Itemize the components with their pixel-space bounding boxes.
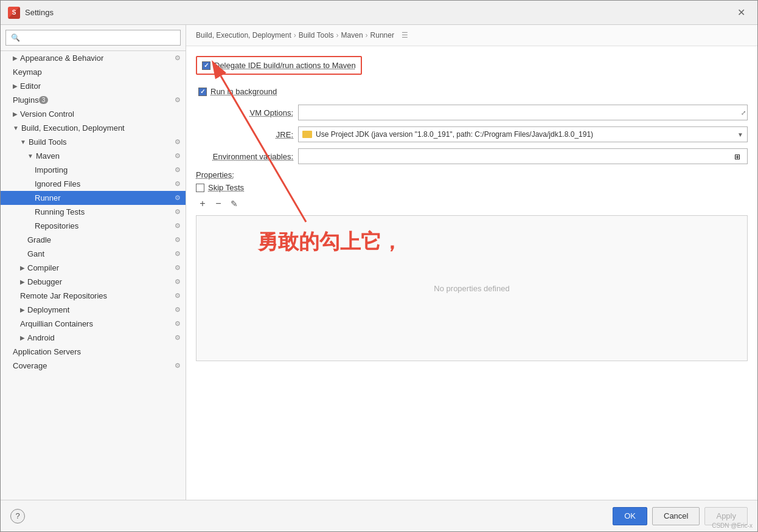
sidebar-item-label: Ignored Files [35,179,80,188]
env-vars-row: Environment variables: ⊞ [196,148,748,164]
ok-button[interactable]: OK [613,507,647,525]
sidebar-item-label: Remote Jar Repositories [20,291,107,300]
sidebar-item-arquillian[interactable]: Arquillian Containers ⚙ [1,317,186,331]
help-button[interactable]: ? [10,509,25,523]
sidebar-item-label: Compiler [27,263,59,272]
skip-tests-label[interactable]: Skip Tests [208,183,244,192]
sidebar-item-label: Gradle [27,235,51,244]
sidebar-item-coverage[interactable]: Coverage ⚙ [1,359,186,373]
expand-arrow: ▼ [27,153,33,159]
sidebar-item-gant[interactable]: Gant ⚙ [1,247,186,261]
sidebar-item-importing[interactable]: Importing ⚙ [1,163,186,177]
sidebar-item-plugins[interactable]: Plugins 3 ⚙ [1,93,186,107]
breadcrumb-sep-1: › [294,31,296,40]
folder-icon [302,131,312,138]
sidebar-item-deployment[interactable]: ▶ Deployment ⚙ [1,303,186,317]
sidebar-item-runner[interactable]: Runner ⚙ [1,191,186,205]
delegate-checkbox[interactable]: ✓ [202,61,210,70]
sidebar-item-label: Gant [27,249,44,258]
sidebar: ▶ Appearance & Behavior ⚙ Keymap ▶ Edito… [1,25,186,500]
env-vars-input[interactable] [298,148,748,164]
sidebar-item-compiler[interactable]: ▶ Compiler ⚙ [1,261,186,275]
sidebar-item-remote-jar[interactable]: Remote Jar Repositories ⚙ [1,289,186,303]
skip-tests-row: Skip Tests [196,183,748,192]
sidebar-item-label: Plugins [13,95,39,105]
settings-icon: ⚙ [175,166,181,174]
vm-options-row: VM Options: ⤢ [196,105,748,120]
settings-icon: ⚙ [175,306,181,314]
breadcrumb-part-2: Build Tools [299,31,334,40]
edit-property-button[interactable]: ✎ [228,197,241,210]
breadcrumb-edit-icon[interactable]: ☰ [402,31,408,40]
settings-icon: ⚙ [175,180,181,188]
delegate-checkbox-label[interactable]: Delegate IDE build/run actions to Maven [214,61,356,70]
settings-icon: ⚙ [175,208,181,216]
delegate-checkbox-row: ✓ Delegate IDE build/run actions to Mave… [196,56,362,75]
expand-arrow: ▶ [20,278,25,285]
expand-icon[interactable]: ⤢ [741,109,746,116]
env-vars-icon[interactable]: ⊞ [731,151,744,167]
breadcrumb-part-4: Runner [370,31,394,40]
sidebar-item-android[interactable]: ▶ Android ⚙ [1,331,186,345]
sidebar-item-label: Application Servers [13,347,81,356]
dropdown-arrow-icon: ▼ [737,131,743,138]
settings-icon: ⚙ [175,292,181,300]
properties-label: Properties: [196,170,748,179]
app-icon: S [8,7,20,19]
sidebar-item-label: Build Tools [29,137,67,147]
sidebar-item-ignored-files[interactable]: Ignored Files ⚙ [1,177,186,191]
run-in-background-label[interactable]: Run in background [210,87,277,96]
search-input[interactable] [5,30,181,46]
sidebar-item-editor[interactable]: ▶ Editor [1,79,186,93]
settings-icon: ⚙ [175,278,181,286]
jre-select[interactable]: Use Project JDK (java version "1.8.0_191… [298,126,748,142]
settings-icon: ⚙ [175,320,181,328]
vm-options-input[interactable]: ⤢ [298,105,748,120]
jre-row: JRE: Use Project JDK (java version "1.8.… [196,126,748,142]
sidebar-item-label: Coverage [13,361,47,370]
search-box[interactable] [1,25,186,51]
sidebar-item-appearance[interactable]: ▶ Appearance & Behavior ⚙ [1,51,186,65]
env-vars-input-wrapper: ⊞ [298,148,748,164]
sidebar-item-label: Running Tests [35,207,85,216]
panel-body: ✓ Delegate IDE build/run actions to Mave… [186,46,757,500]
sidebar-item-build-execution[interactable]: ▼ Build, Execution, Deployment [1,121,186,135]
settings-icon: ⚙ [175,362,181,370]
breadcrumb-part-1: Build, Execution, Deployment [196,31,291,40]
cancel-button[interactable]: Cancel [652,507,700,525]
check-mark: ✓ [200,88,205,95]
breadcrumb-sep-2: › [336,31,339,40]
settings-dialog: S Settings ✕ ▶ Appearance & Behavior ⚙ K… [0,0,758,532]
sidebar-item-label: Build, Execution, Deployment [21,123,125,133]
remove-property-button[interactable]: − [212,197,225,210]
expand-arrow: ▶ [20,306,25,313]
settings-icon: ⚙ [175,250,181,258]
sidebar-item-label: Android [27,333,55,342]
sidebar-item-version-control[interactable]: ▶ Version Control [1,107,186,121]
close-button[interactable]: ✕ [732,4,750,21]
annotation-text: 勇敢的勾上它， [257,228,402,256]
run-in-background-checkbox[interactable]: ✓ [198,88,207,96]
sidebar-item-repositories[interactable]: Repositories ⚙ [1,219,186,233]
add-property-button[interactable]: + [196,197,209,210]
sidebar-item-debugger[interactable]: ▶ Debugger ⚙ [1,275,186,289]
sidebar-item-label: Repositories [35,221,78,230]
sidebar-item-label: Keymap [13,67,42,77]
sidebar-item-app-servers[interactable]: Application Servers [1,345,186,359]
vm-options-label: VM Options: [196,108,293,117]
breadcrumb-part-3: Maven [341,31,363,40]
properties-area: No properties defined 勇敢的勾上它， [196,215,748,361]
sidebar-item-build-tools[interactable]: ▼ Build Tools ⚙ [1,135,186,149]
skip-tests-checkbox[interactable] [196,184,204,192]
sidebar-item-running-tests[interactable]: Running Tests ⚙ [1,205,186,219]
sidebar-item-keymap[interactable]: Keymap [1,65,186,79]
expand-arrow: ▶ [20,264,25,271]
breadcrumb-sep-3: › [366,31,368,40]
sidebar-item-maven[interactable]: ▼ Maven ⚙ [1,149,186,163]
sidebar-item-gradle[interactable]: Gradle ⚙ [1,233,186,247]
no-properties-text: No properties defined [434,284,509,293]
title-bar: S Settings ✕ [1,1,757,25]
expand-arrow: ▼ [13,125,19,131]
sidebar-item-label: Deployment [27,305,69,314]
sidebar-item-label: Runner [35,193,61,202]
